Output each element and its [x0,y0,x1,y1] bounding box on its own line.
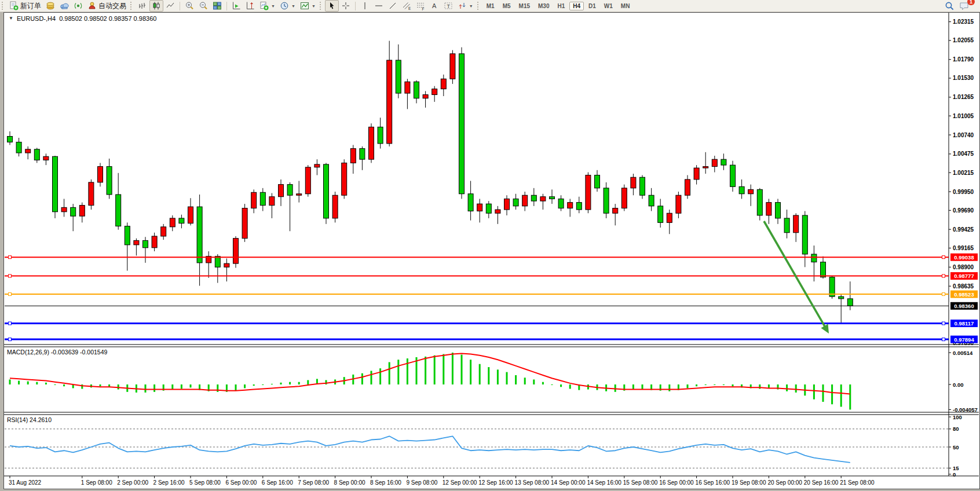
level-handle[interactable] [9,338,12,341]
arrows-button[interactable]: ▼ [455,0,476,12]
auto-scroll-button[interactable] [229,0,243,12]
level-handle[interactable] [942,322,945,325]
signal-button[interactable] [71,0,85,12]
date-label: 7 Sep 08:00 [298,479,329,486]
market-watch-button[interactable] [43,0,57,12]
trend-arrow[interactable] [764,221,826,328]
rsi-line [10,436,850,462]
timeframe-button-d1[interactable]: D1 [585,2,599,10]
candle [459,54,465,194]
level-handle[interactable] [942,338,945,341]
zoom-in-button[interactable] [182,0,196,12]
date-label: 8 Sep 16:00 [370,479,401,486]
timeframe-button-m15[interactable]: M15 [515,2,533,10]
timeframe-button-h1[interactable]: H1 [554,2,568,10]
candle [568,203,573,208]
cursor-button[interactable] [325,0,339,12]
trendline-button[interactable] [386,0,400,12]
level-handle[interactable] [9,274,12,277]
candle [776,203,781,218]
level-handle[interactable] [9,256,12,259]
indicators-button[interactable]: ▼ [298,0,318,12]
level-handle[interactable] [942,293,945,296]
new-order-button[interactable]: 新订单 [7,0,43,12]
chart-canvas[interactable]: 1.023151.020551.017901.015301.012651.010… [4,13,979,489]
macd-histogram-bar [714,384,715,385]
data-window-button[interactable] [57,0,71,12]
timeframe-button-w1[interactable]: W1 [601,2,616,10]
macd-histogram-bar [569,384,571,389]
zoom-out-button[interactable] [196,0,210,12]
candle [125,226,130,245]
level-handle[interactable] [942,256,945,259]
bar-chart-button[interactable] [136,0,149,12]
equidistant-channel-button[interactable]: E [400,0,414,12]
candle [369,127,374,159]
toolbar-grip[interactable] [2,2,5,10]
candle [305,167,310,194]
candlestick-chart-icon [152,1,161,10]
vertical-line-button[interactable] [358,0,372,12]
macd-histogram-bar [813,384,815,400]
macd-histogram-bar [560,384,562,387]
periods-button[interactable]: ▼ [277,0,298,12]
horizontal-line-button[interactable] [372,0,386,12]
toolbar-grip[interactable] [320,2,323,10]
toolbar-grip[interactable] [130,2,133,10]
macd-histogram-bar [452,353,454,384]
date-label: 31 Aug 2022 [9,479,42,486]
candle [360,149,365,160]
candle [766,203,771,215]
candle [197,207,202,263]
autotrading-button[interactable]: 自动交易 [85,0,129,12]
cursor-icon [327,1,337,10]
level-handle[interactable] [942,274,945,277]
date-label: 20 Sep 00:00 [767,479,802,486]
text-button[interactable]: A [427,0,441,12]
line-chart-button[interactable] [163,0,177,12]
candle [152,236,157,248]
tile-windows-button[interactable] [210,0,224,12]
timeframe-button-m30[interactable]: M30 [535,2,553,10]
rsi-tick-label: 100 [953,414,962,420]
candle [821,262,826,277]
toolbar-grip[interactable] [477,2,480,10]
chart-shift-button[interactable] [243,0,257,12]
timeframe-button-mn[interactable]: MN [617,2,634,10]
level-handle[interactable] [9,322,12,325]
macd-histogram-bar [18,381,20,384]
macd-histogram-bar [271,384,273,384]
chart-dropdown-icon[interactable]: ▼ [9,15,13,22]
timeframe-button-m5[interactable]: M5 [499,2,514,10]
candle [558,199,564,208]
level-price-label: 0.97894 [954,336,974,343]
level-handle[interactable] [9,293,12,296]
equidistant-channel-icon: E [402,1,411,10]
chevron-down-icon: ▼ [271,4,275,8]
crosshair-button[interactable] [339,0,353,12]
candle [621,188,627,208]
macd-histogram-bar [361,373,363,384]
candle [703,167,708,168]
notifications-button[interactable]: 1 [957,0,972,12]
timeframe-button-h4[interactable]: H4 [569,2,584,10]
candle [43,156,49,160]
fibonacci-button[interactable]: F [414,0,427,12]
chart-shift-icon [246,1,255,10]
date-label: 19 Sep 08:00 [732,479,766,486]
rsi-tick-label: 80 [953,426,959,432]
signal-icon [74,1,83,10]
new-chart-button[interactable]: ▼ [257,0,277,12]
tile-windows-icon [213,1,222,10]
search-button[interactable] [942,0,957,12]
candle [324,164,329,218]
candlestick-chart-button[interactable] [149,0,163,12]
candle [161,227,166,236]
timeframe-button-m1[interactable]: M1 [483,2,498,10]
chevron-down-icon: ▼ [291,4,295,8]
candle [215,257,220,268]
macd-histogram-bar [533,379,535,384]
text-label-button[interactable]: T [441,0,455,12]
candle [757,189,762,215]
main-toolbar: 新订单 自动交易 [0,0,980,12]
